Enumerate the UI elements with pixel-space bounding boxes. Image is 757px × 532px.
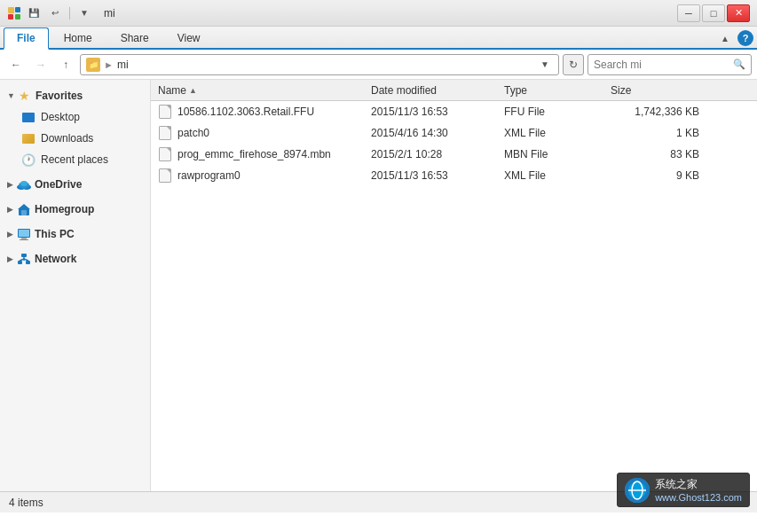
tab-share[interactable]: Share bbox=[107, 27, 162, 48]
window-title: mi bbox=[104, 7, 115, 20]
sidebar-item-downloads[interactable]: Downloads bbox=[0, 128, 150, 149]
favorites-section: ▼ ★ Favorites Desktop Downloads 🕐 bbox=[0, 85, 150, 170]
tab-view[interactable]: View bbox=[164, 27, 214, 48]
svg-rect-12 bbox=[19, 230, 29, 237]
file-name-cell: patch0 bbox=[158, 126, 371, 140]
watermark-site: 系统之家 bbox=[655, 477, 742, 492]
file-date-cell: 2015/2/1 10:28 bbox=[371, 148, 504, 160]
column-header-type[interactable]: Type bbox=[504, 84, 611, 97]
search-input[interactable] bbox=[594, 59, 729, 71]
address-bar[interactable]: 📁 ► mi ▼ bbox=[80, 54, 559, 75]
close-button[interactable]: ✕ bbox=[727, 4, 750, 22]
thispc-header[interactable]: ▶ This PC bbox=[0, 223, 150, 245]
sidebar: ▼ ★ Favorites Desktop Downloads 🕐 bbox=[0, 80, 151, 491]
sidebar-item-recent[interactable]: 🕐 Recent places bbox=[0, 149, 150, 170]
onedrive-label: OneDrive bbox=[35, 178, 82, 191]
onedrive-header[interactable]: ▶ OneDrive bbox=[0, 174, 150, 195]
ribbon-collapse-btn[interactable]: ▲ bbox=[716, 31, 734, 45]
downloads-label: Downloads bbox=[41, 132, 93, 145]
main-area: ▼ ★ Favorites Desktop Downloads 🕐 bbox=[0, 80, 757, 491]
svg-rect-15 bbox=[21, 254, 27, 257]
onedrive-icon bbox=[17, 177, 31, 192]
file-icon bbox=[158, 105, 172, 119]
qt-more-btn[interactable]: ▼ bbox=[75, 5, 93, 21]
thispc-section: ▶ This PC bbox=[0, 223, 150, 245]
back-button[interactable]: ← bbox=[5, 54, 27, 75]
help-button[interactable]: ? bbox=[737, 30, 753, 46]
desktop-label: Desktop bbox=[41, 111, 80, 123]
column-header-name[interactable]: Name ▲ bbox=[158, 84, 371, 97]
thispc-label: This PC bbox=[35, 228, 75, 240]
onedrive-expand-icon: ▶ bbox=[7, 180, 13, 189]
desktop-icon bbox=[21, 110, 35, 124]
save-quick-btn[interactable]: 💾 bbox=[25, 5, 43, 21]
svg-rect-0 bbox=[8, 7, 14, 13]
search-icon[interactable]: 🔍 bbox=[733, 59, 745, 70]
file-name-cell: prog_emmc_firehose_8974.mbn bbox=[158, 147, 371, 161]
homegroup-section: ▶ Homegroup bbox=[0, 199, 150, 220]
file-date-cell: 2015/4/16 14:30 bbox=[371, 127, 504, 139]
maximize-button[interactable]: □ bbox=[702, 4, 725, 22]
column-header-date[interactable]: Date modified bbox=[371, 84, 504, 97]
table-row[interactable]: 10586.1102.3063.Retail.FFU 2015/11/3 16:… bbox=[151, 101, 757, 122]
recent-label: Recent places bbox=[41, 153, 108, 166]
watermark: 系统之家 www.Ghost123.com bbox=[617, 473, 750, 507]
file-name-cell: 10586.1102.3063.Retail.FFU bbox=[158, 105, 371, 119]
file-name-cell: rawprogram0 bbox=[158, 168, 371, 183]
address-dropdown-btn[interactable]: ▼ bbox=[537, 57, 553, 73]
svg-rect-2 bbox=[8, 14, 13, 20]
app-icon bbox=[7, 6, 21, 20]
qt-separator bbox=[69, 7, 70, 20]
sidebar-item-desktop[interactable]: Desktop bbox=[0, 106, 150, 128]
watermark-url: www.Ghost123.com bbox=[655, 492, 742, 503]
onedrive-section: ▶ OneDrive bbox=[0, 174, 150, 195]
file-list: 10586.1102.3063.Retail.FFU 2015/11/3 16:… bbox=[151, 101, 757, 491]
minimize-button[interactable]: ─ bbox=[677, 4, 700, 22]
svg-rect-3 bbox=[15, 14, 20, 20]
folder-icon: 📁 bbox=[86, 58, 100, 72]
file-size-cell: 9 KB bbox=[611, 169, 699, 182]
up-button[interactable]: ↑ bbox=[55, 54, 76, 75]
file-size-cell: 83 KB bbox=[611, 148, 699, 160]
thispc-icon bbox=[17, 227, 31, 241]
sort-arrow-icon: ▲ bbox=[189, 86, 197, 95]
svg-rect-13 bbox=[21, 238, 27, 239]
forward-button[interactable]: → bbox=[30, 54, 51, 75]
favorites-expand-icon: ▼ bbox=[7, 91, 15, 100]
recent-icon: 🕐 bbox=[21, 153, 35, 167]
network-expand-icon: ▶ bbox=[7, 254, 13, 263]
homegroup-icon bbox=[17, 202, 31, 216]
nav-bar: ← → ↑ 📁 ► mi ▼ ↻ 🔍 bbox=[0, 50, 757, 80]
file-type-cell: MBN File bbox=[504, 148, 611, 160]
column-header-size[interactable]: Size bbox=[611, 84, 699, 97]
network-label: Network bbox=[35, 253, 76, 265]
table-row[interactable]: rawprogram0 2015/11/3 16:53 XML File 9 K… bbox=[151, 165, 757, 186]
network-header[interactable]: ▶ Network bbox=[0, 248, 150, 270]
homegroup-expand-icon: ▶ bbox=[7, 205, 13, 214]
watermark-text-block: 系统之家 www.Ghost123.com bbox=[655, 477, 742, 503]
refresh-button[interactable]: ↻ bbox=[563, 54, 584, 75]
undo-quick-btn[interactable]: ↩ bbox=[46, 5, 64, 21]
file-date-cell: 2015/11/3 16:53 bbox=[371, 169, 504, 182]
table-row[interactable]: prog_emmc_firehose_8974.mbn 2015/2/1 10:… bbox=[151, 144, 757, 165]
favorites-star-icon: ★ bbox=[19, 89, 30, 103]
network-section: ▶ Network bbox=[0, 248, 150, 270]
svg-marker-9 bbox=[18, 204, 30, 209]
homegroup-header[interactable]: ▶ Homegroup bbox=[0, 199, 150, 220]
address-path: mi bbox=[117, 59, 129, 71]
tab-file[interactable]: File bbox=[4, 27, 49, 50]
search-bar[interactable]: 🔍 bbox=[587, 54, 752, 75]
file-type-cell: FFU File bbox=[504, 106, 611, 118]
svg-point-7 bbox=[20, 181, 28, 186]
file-type-cell: XML File bbox=[504, 169, 611, 182]
file-list-header: Name ▲ Date modified Type Size bbox=[151, 80, 757, 101]
address-separator: ► bbox=[104, 59, 114, 70]
window-controls: ─ □ ✕ bbox=[677, 4, 750, 22]
file-size-cell: 1,742,336 KB bbox=[611, 106, 699, 118]
file-icon bbox=[158, 126, 172, 140]
table-row[interactable]: patch0 2015/4/16 14:30 XML File 1 KB bbox=[151, 122, 757, 144]
ribbon-tabs: File Home Share View ▲ ? bbox=[0, 27, 757, 50]
watermark-logo bbox=[625, 478, 650, 503]
tab-home[interactable]: Home bbox=[51, 27, 106, 48]
favorites-header[interactable]: ▼ ★ Favorites bbox=[0, 85, 150, 106]
